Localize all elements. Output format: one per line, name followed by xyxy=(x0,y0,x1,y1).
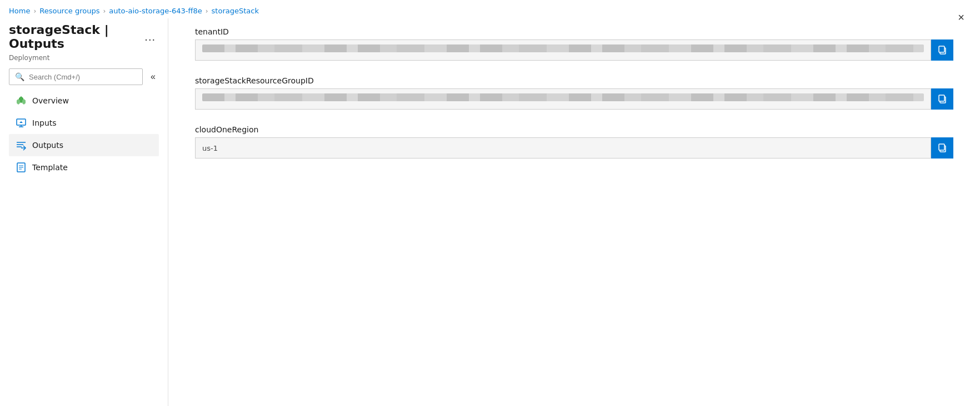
breadcrumb-resource-groups[interactable]: Resource groups xyxy=(39,7,99,15)
copy-icon-cloudoneregion xyxy=(937,143,947,153)
sidebar-item-overview[interactable]: Overview xyxy=(9,90,159,112)
output-label-cloudoneregion: cloudOneRegion xyxy=(195,125,953,134)
breadcrumb-storage-stack[interactable]: storageStack xyxy=(212,7,259,15)
page-title-area: storageStack | Outputs ... xyxy=(9,18,159,53)
template-icon xyxy=(16,162,27,173)
output-value-cloudoneregion: us-1 xyxy=(195,137,931,159)
copy-button-cloudoneregion[interactable] xyxy=(931,137,953,159)
search-icon: 🔍 xyxy=(15,72,24,81)
main-layout: storageStack | Outputs ... Deployment 🔍 … xyxy=(0,18,980,406)
search-container: 🔍 « xyxy=(9,68,159,85)
sidebar-item-outputs-label: Outputs xyxy=(32,141,63,150)
nav-list: Overview Inputs xyxy=(9,90,159,179)
breadcrumb-storage[interactable]: auto-aio-storage-643-ff8e xyxy=(109,7,202,15)
copy-button-tenantid[interactable] xyxy=(931,39,953,61)
content-area: tenantID storageStackResourceGroupID xyxy=(168,18,971,406)
sidebar-item-template-label: Template xyxy=(32,163,68,172)
output-section-resourcegroupid: storageStackResourceGroupID xyxy=(195,76,953,110)
copy-icon-resourcegroupid xyxy=(937,94,947,104)
output-section-tenantid: tenantID xyxy=(195,27,953,61)
sidebar-item-overview-label: Overview xyxy=(32,96,69,105)
svg-rect-15 xyxy=(939,46,944,52)
copy-button-resourcegroupid[interactable] xyxy=(931,88,953,110)
sidebar-item-template[interactable]: Template xyxy=(9,156,159,179)
breadcrumb-home[interactable]: Home xyxy=(9,7,30,15)
svg-rect-17 xyxy=(939,95,944,101)
search-box: 🔍 xyxy=(9,68,143,85)
output-row-resourcegroupid xyxy=(195,88,953,110)
breadcrumb-sep-3: › xyxy=(206,7,208,15)
sidebar: storageStack | Outputs ... Deployment 🔍 … xyxy=(9,18,159,406)
sidebar-item-outputs[interactable]: Outputs xyxy=(9,134,159,156)
page-title: storageStack | Outputs xyxy=(9,23,136,51)
collapse-button[interactable]: « xyxy=(147,70,159,84)
sidebar-item-inputs-label: Inputs xyxy=(32,118,57,127)
breadcrumb: Home › Resource groups › auto-aio-storag… xyxy=(0,0,980,18)
overview-icon xyxy=(16,95,27,106)
svg-rect-19 xyxy=(939,144,944,150)
page-wrapper: Home › Resource groups › auto-aio-storag… xyxy=(0,0,980,406)
more-button[interactable]: ... xyxy=(141,29,159,44)
copy-icon-tenantid xyxy=(937,45,947,55)
output-value-tenantid xyxy=(195,39,931,61)
output-label-tenantid: tenantID xyxy=(195,27,953,36)
sidebar-item-inputs[interactable]: Inputs xyxy=(9,112,159,134)
output-row-tenantid xyxy=(195,39,953,61)
breadcrumb-sep-2: › xyxy=(103,7,106,15)
output-label-resourcegroupid: storageStackResourceGroupID xyxy=(195,76,953,85)
close-button[interactable]: × xyxy=(956,9,967,26)
inputs-icon xyxy=(16,117,27,128)
output-value-resourcegroupid xyxy=(195,88,931,110)
page-subtitle: Deployment xyxy=(9,53,159,68)
output-section-cloudoneregion: cloudOneRegion us-1 xyxy=(195,125,953,159)
search-input[interactable] xyxy=(29,73,137,81)
outputs-icon xyxy=(16,140,27,151)
breadcrumb-sep-1: › xyxy=(33,7,36,15)
output-row-cloudoneregion: us-1 xyxy=(195,137,953,159)
